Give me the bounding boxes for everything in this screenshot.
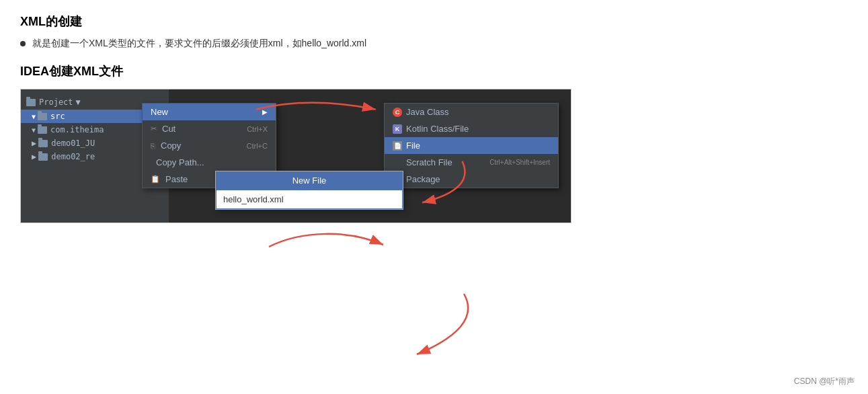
cut-label: Cut [162,124,175,134]
bullet-item: 就是创建一个XML类型的文件，要求文件的后缀必须使用xml，如hello_wor… [20,38,848,50]
package-label: Package [406,174,440,184]
watermark: CSDN @听*雨声 [794,376,855,387]
new-file-title: New File [216,171,403,190]
copypath-label: Copy Path... [156,157,204,167]
javaclass-label: Java Class [406,107,449,117]
context-menu-copy[interactable]: ⎘ Copy Ctrl+C [143,137,276,154]
com-label: com.itheima [50,125,104,134]
scratch-label: Scratch File [406,157,452,167]
src-label: src [50,112,65,121]
page-title1: XML的创建 [20,13,848,30]
file-icon: 📄 [393,141,402,151]
src-folder-icon [38,113,47,120]
ide-container: Project ▼ ▼ src ▼ com.itheima ▶ demo01_J… [20,89,848,223]
submenu-kotlinclass[interactable]: K Kotlin Class/File [385,120,558,137]
new-label: New [151,107,168,117]
file-label: File [406,141,420,151]
submenu-arrow: ▶ [262,108,268,116]
demo01-label: demo01_JU [51,139,95,148]
paste-label: Paste [165,174,188,184]
copy-shortcut: Ctrl+C [247,142,268,150]
submenu: C Java Class K Kotlin Class/File 📄 File [384,103,559,188]
submenu-scratch[interactable]: Scratch File Ctrl+Alt+Shift+Insert [385,154,558,171]
collapse-arrow: ▶ [32,139,36,148]
page-title2: IDEA创建XML文件 [20,63,848,79]
bullet-dot [20,41,26,46]
cut-shortcut: Ctrl+X [247,125,268,133]
com-folder-icon [38,126,47,134]
collapse-arrow2: ▶ [32,152,36,161]
expand-arrow: ▼ [32,113,36,120]
demo01-folder-icon [38,140,48,147]
demo02-folder-icon [38,153,48,161]
context-menu-new[interactable]: New ▶ [143,104,276,120]
paste-icon: 📋 [151,175,160,184]
dropdown-icon[interactable]: ▼ [76,97,81,107]
scratch-shortcut: Ctrl+Alt+Shift+Insert [489,159,550,166]
context-menu-cut[interactable]: ✂ Cut Ctrl+X [143,120,276,137]
copy-label: Copy [161,141,181,151]
copy-icon: ⎘ [151,142,155,150]
scratch-icon [393,158,402,167]
java-class-icon: C [393,108,402,117]
kotlin-class-icon: K [393,124,402,134]
submenu-package[interactable]: Package [385,171,558,188]
context-menu-copypath[interactable]: Copy Path... [143,154,276,171]
new-file-input[interactable] [216,190,403,209]
submenu-javaclass[interactable]: C Java Class [385,104,558,120]
expand-arrow2: ▼ [32,126,36,134]
folder-icon [26,99,36,106]
demo02-label: demo02_re [51,152,95,161]
kotlinclass-label: Kotlin Class/File [406,124,469,134]
bullet-text: 就是创建一个XML类型的文件，要求文件的后缀必须使用xml，如hello_wor… [32,38,366,50]
new-file-dialog: New File [215,171,403,210]
project-label: Project [39,97,73,107]
cut-icon: ✂ [151,124,157,133]
submenu-file[interactable]: 📄 File [385,137,558,154]
